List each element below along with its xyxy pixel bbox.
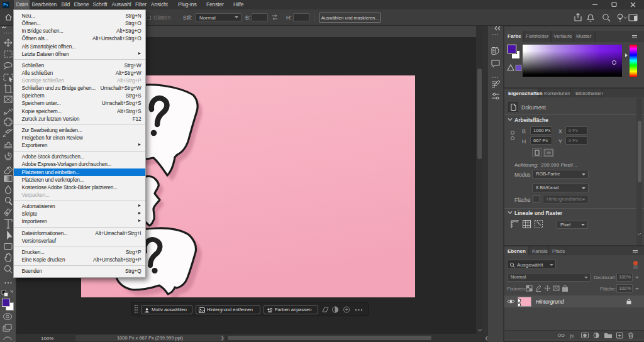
svg-text:fx: fx — [570, 333, 574, 339]
